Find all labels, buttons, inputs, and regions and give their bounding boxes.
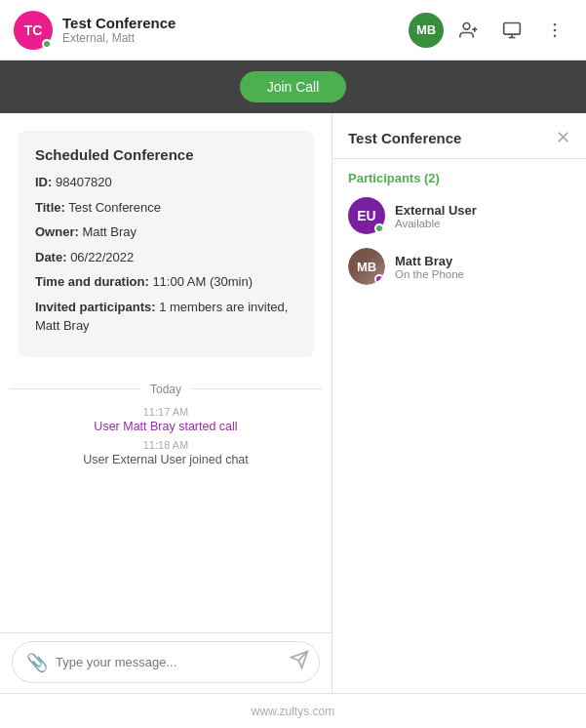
header-info: Test Conference External, Matt — [62, 15, 409, 45]
app-header: TC Test Conference External, Matt MB — [0, 0, 586, 61]
join-call-bar: Join Call — [0, 61, 586, 113]
invited-label: Invited participants: — [35, 300, 156, 314]
participant-info-mb: Matt Bray On the Phone — [395, 254, 464, 280]
right-panel-header: Test Conference ✕ — [332, 113, 586, 159]
participant-status-dot-mb — [374, 274, 384, 284]
message-text-1: User Matt Bray started call — [94, 420, 237, 433]
title-label: Title: — [35, 200, 65, 215]
screen-share-button[interactable] — [494, 13, 529, 48]
participant-avatar-mb: MB — [348, 248, 385, 285]
participant-info-eu: External User Available — [395, 203, 477, 229]
participant-status-mb: On the Phone — [395, 268, 464, 280]
more-options-button[interactable] — [537, 13, 572, 48]
participant-status-eu: Available — [395, 218, 477, 229]
conference-invited: Invited participants: 1 members are invi… — [35, 298, 296, 336]
id-label: ID: — [35, 175, 52, 189]
join-call-button[interactable]: Join Call — [240, 71, 347, 102]
status-dot — [42, 39, 52, 49]
date-value: 06/22/2022 — [70, 250, 134, 264]
left-panel: Scheduled Conference ID: 98407820 Title:… — [0, 113, 332, 693]
app-avatar-initials: TC — [24, 22, 43, 38]
conference-owner: Owner: Matt Bray — [35, 222, 296, 242]
main-content: Scheduled Conference ID: 98407820 Title:… — [0, 113, 586, 693]
user-initials: MB — [416, 22, 436, 37]
conference-date: Date: 06/22/2022 — [35, 248, 296, 267]
chat-divider: Today — [10, 383, 322, 396]
message-timestamp-2: 11:18 AM — [143, 439, 188, 451]
svg-point-7 — [554, 28, 557, 31]
participant-status-dot-eu — [374, 223, 384, 233]
chat-message-2: 11:18 AM User External User joined chat — [10, 439, 322, 466]
app-logo-avatar: TC — [14, 11, 53, 50]
footer: www.zultys.com — [0, 693, 586, 728]
divider-line-left — [10, 388, 140, 389]
participants-section: Participants (2) EU External User Availa… — [332, 159, 586, 310]
title-value: Test Conference — [68, 200, 161, 215]
conference-card: Scheduled Conference ID: 98407820 Title:… — [18, 131, 314, 357]
message-text-2: User External User joined chat — [83, 453, 249, 466]
participant-name-eu: External User — [395, 203, 477, 218]
svg-point-8 — [554, 34, 557, 37]
participant-avatar-eu: EU — [348, 197, 385, 234]
conference-time: Time and duration: 11:00 AM (30min) — [35, 272, 296, 292]
right-panel-title: Test Conference — [348, 130, 461, 146]
right-panel: Test Conference ✕ Participants (2) EU Ex… — [332, 113, 586, 693]
close-panel-button[interactable]: ✕ — [556, 127, 570, 148]
svg-rect-3 — [504, 22, 521, 34]
participants-label: Participants (2) — [348, 171, 570, 185]
message-input-box: 📎 — [12, 641, 320, 683]
message-input[interactable] — [56, 655, 282, 669]
time-value: 11:00 AM (30min) — [152, 274, 253, 289]
divider-line-right — [191, 388, 322, 389]
message-timestamp-1: 11:17 AM — [143, 406, 188, 418]
participant-name-mb: Matt Bray — [395, 254, 464, 268]
participant-item-mb: MB Matt Bray On the Phone — [348, 248, 570, 285]
header-subtitle: External, Matt — [62, 31, 409, 45]
add-participant-button[interactable] — [451, 13, 487, 48]
participant-item-eu: EU External User Available — [348, 197, 570, 234]
id-value: 98407820 — [56, 175, 112, 189]
user-avatar[interactable]: MB — [409, 13, 444, 48]
chat-date-label: Today — [150, 383, 181, 396]
chat-message-1: 11:17 AM User Matt Bray started call — [10, 406, 322, 433]
message-input-area: 📎 — [0, 632, 332, 693]
chat-area: Today 11:17 AM User Matt Bray started ca… — [0, 369, 332, 633]
send-icon[interactable] — [290, 650, 309, 674]
header-title: Test Conference — [62, 15, 409, 31]
owner-label: Owner: — [35, 224, 79, 239]
date-label: Date: — [35, 250, 67, 264]
header-actions: MB — [409, 13, 572, 48]
invited-value: 1 members are invited, — [159, 300, 288, 314]
svg-point-6 — [554, 22, 557, 25]
invited-name: Matt Bray — [35, 318, 90, 333]
attach-icon[interactable]: 📎 — [26, 652, 48, 673]
time-label: Time and duration: — [35, 274, 149, 289]
conference-id: ID: 98407820 — [35, 173, 296, 192]
svg-point-0 — [463, 22, 470, 29]
owner-value: Matt Bray — [82, 224, 137, 239]
conference-card-title: Scheduled Conference — [35, 146, 296, 163]
footer-text: www.zultys.com — [252, 705, 334, 718]
conference-title-row: Title: Test Conference — [35, 198, 296, 218]
